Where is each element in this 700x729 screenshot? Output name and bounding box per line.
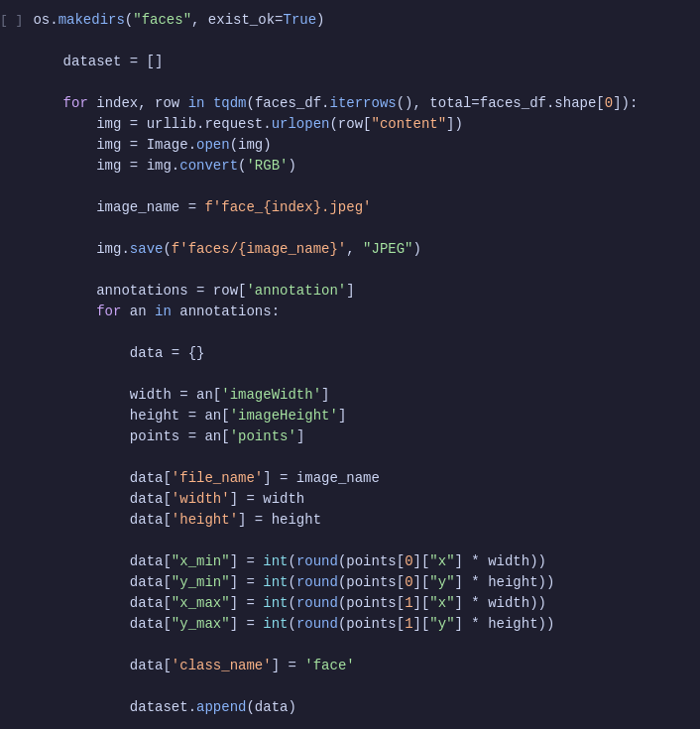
- line-content: img = img.convert('RGB'): [30, 156, 690, 177]
- code-line-4: img = urllib.request.urlopen(row["conten…: [0, 114, 700, 135]
- line-content: [30, 676, 690, 697]
- code-line-13: height = an['imageHeight']: [0, 406, 700, 426]
- line-content: [30, 177, 690, 197]
- code-line-7: image_name = f'face_{index}.jpeg': [0, 197, 700, 218]
- line-content: img.save(f'faces/{image_name}', "JPEG"): [30, 239, 690, 260]
- line-content: [30, 218, 690, 239]
- code-line-23: dataset.append(data): [0, 697, 700, 718]
- line-content: [30, 31, 690, 52]
- line-content: width = an['imageWidth']: [30, 385, 690, 406]
- code-line-10: for an in annotations:: [0, 302, 700, 322]
- line-content: [30, 531, 690, 551]
- line-content: data["y_max"] = int(round(points[1]["y"]…: [30, 614, 690, 635]
- code-line-19: data["y_min"] = int(round(points[0]["y"]…: [0, 572, 700, 593]
- line-content: [30, 364, 690, 385]
- code-line-blank-3: [0, 177, 700, 197]
- line-content: data = {}: [30, 343, 690, 364]
- line-content: dataset.append(data): [30, 697, 690, 718]
- line-content: data['class_name'] = 'face': [30, 656, 690, 676]
- line-content: for an in annotations:: [30, 302, 690, 322]
- code-line-21: data["y_max"] = int(round(points[1]["y"]…: [0, 614, 700, 635]
- code-line-1: [ ] os.makedirs("faces", exist_ok=True): [0, 10, 700, 31]
- line-content: dataset = []: [30, 52, 690, 72]
- code-line-17: data['height'] = height: [0, 510, 700, 531]
- code-line-18: data["x_min"] = int(round(points[0]["x"]…: [0, 551, 700, 572]
- code-line-5: img = Image.open(img): [0, 135, 700, 156]
- line-content: points = an['points']: [30, 426, 690, 447]
- line-content: img = urllib.request.urlopen(row["conten…: [30, 114, 690, 135]
- code-line-blank-11: [0, 676, 700, 697]
- code-line-blank-7: [0, 364, 700, 385]
- code-line-16: data['width'] = width: [0, 489, 700, 510]
- line-number: [ ]: [0, 11, 33, 31]
- code-line-blank-8: [0, 447, 700, 468]
- code-line-blank-10: [0, 635, 700, 656]
- code-line-blank-5: [0, 260, 700, 281]
- code-line-blank-4: [0, 218, 700, 239]
- line-content: img = Image.open(img): [30, 135, 690, 156]
- code-line-9: annotations = row['annotation']: [0, 281, 700, 302]
- line-content: [30, 635, 690, 656]
- line-content: data['file_name'] = image_name: [30, 468, 690, 489]
- code-line-20: data["x_max"] = int(round(points[1]["x"]…: [0, 593, 700, 614]
- line-content: [30, 260, 690, 281]
- code-line-2: dataset = []: [0, 52, 700, 72]
- line-content: height = an['imageHeight']: [30, 406, 690, 426]
- code-line-15: data['file_name'] = image_name: [0, 468, 700, 489]
- line-content: [30, 72, 690, 93]
- code-line-14: points = an['points']: [0, 426, 700, 447]
- line-content: annotations = row['annotation']: [30, 281, 690, 302]
- code-line-12: width = an['imageWidth']: [0, 385, 700, 406]
- line-content: image_name = f'face_{index}.jpeg': [30, 197, 690, 218]
- code-line-6: img = img.convert('RGB'): [0, 156, 700, 177]
- code-line-11: data = {}: [0, 343, 700, 364]
- code-line-blank-9: [0, 531, 700, 551]
- code-line-3: for index, row in tqdm(faces_df.iterrows…: [0, 93, 700, 114]
- line-content: data['width'] = width: [30, 489, 690, 510]
- line-content: data["x_min"] = int(round(points[0]["x"]…: [30, 551, 690, 572]
- line-content: data['height'] = height: [30, 510, 690, 531]
- line-content: os.makedirs("faces", exist_ok=True): [33, 10, 690, 31]
- code-line-8: img.save(f'faces/{image_name}', "JPEG"): [0, 239, 700, 260]
- code-line-22: data['class_name'] = 'face': [0, 656, 700, 676]
- line-content: data["y_min"] = int(round(points[0]["y"]…: [30, 572, 690, 593]
- code-editor: [ ] os.makedirs("faces", exist_ok=True) …: [0, 0, 700, 729]
- line-content: for index, row in tqdm(faces_df.iterrows…: [30, 93, 690, 114]
- code-line-blank-6: [0, 322, 700, 343]
- line-content: [30, 447, 690, 468]
- line-content: [30, 322, 690, 343]
- line-content: data["x_max"] = int(round(points[1]["x"]…: [30, 593, 690, 614]
- code-line-blank-1: [0, 31, 700, 52]
- code-line-blank-2: [0, 72, 700, 93]
